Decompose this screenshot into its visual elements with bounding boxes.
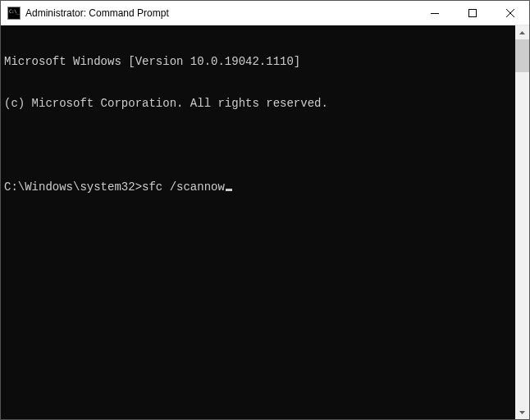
version-line: Microsoft Windows [Version 10.0.19042.11… <box>4 55 512 69</box>
close-icon <box>506 9 514 17</box>
client-area: Microsoft Windows [Version 10.0.19042.11… <box>1 25 529 419</box>
prompt-text: C:\Windows\system32> <box>4 180 142 194</box>
window-controls <box>416 1 529 25</box>
titlebar[interactable]: Administrator: Command Prompt <box>1 1 529 25</box>
scroll-down-button[interactable] <box>515 405 529 419</box>
blank-line <box>4 139 512 153</box>
copyright-line: (c) Microsoft Corporation. All rights re… <box>4 97 512 111</box>
scroll-up-button[interactable] <box>515 25 529 39</box>
text-cursor <box>226 189 232 191</box>
scroll-track[interactable] <box>515 39 529 405</box>
minimize-icon <box>431 9 439 17</box>
terminal-output[interactable]: Microsoft Windows [Version 10.0.19042.11… <box>1 25 515 419</box>
chevron-down-icon <box>519 411 525 414</box>
vertical-scrollbar[interactable] <box>515 25 529 419</box>
scroll-thumb[interactable] <box>515 39 529 72</box>
maximize-button[interactable] <box>454 1 491 25</box>
cmd-window: Administrator: Command Prompt Microsoft … <box>0 0 530 420</box>
minimize-button[interactable] <box>416 1 454 25</box>
prompt-line: C:\Windows\system32>sfc /scannow <box>4 180 512 194</box>
close-button[interactable] <box>491 1 529 25</box>
maximize-icon <box>468 9 477 17</box>
cmd-icon <box>7 7 21 20</box>
window-title: Administrator: Command Prompt <box>25 7 416 19</box>
svg-rect-0 <box>469 9 477 16</box>
command-input[interactable]: sfc /scannow <box>142 180 225 194</box>
chevron-up-icon <box>519 31 525 34</box>
